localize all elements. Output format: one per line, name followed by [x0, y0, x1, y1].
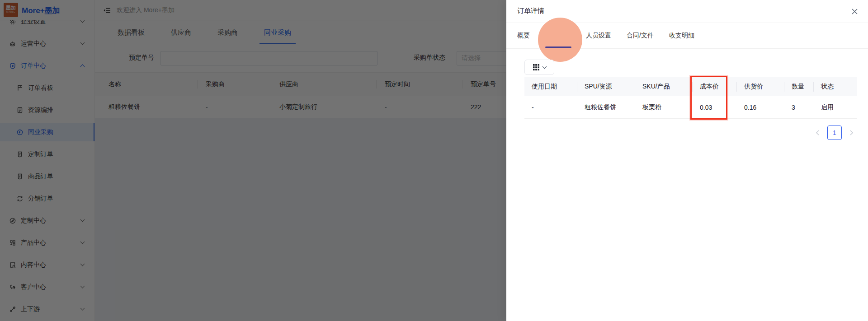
- pagination-prev-icon[interactable]: [813, 126, 822, 140]
- pagination: 1: [813, 126, 856, 140]
- chevron-down-icon: [542, 65, 547, 69]
- cell-spu-resource: 粗粮佐餐饼: [577, 103, 635, 112]
- drawer-table-header-row: 使用日期 SPU/资源 SKU/产品 成本价 供货价 数量 状态: [524, 77, 857, 96]
- active-tab-underline: [545, 47, 571, 48]
- tab-income-expense[interactable]: 收支明细: [669, 32, 694, 40]
- col-use-date: 使用日期: [524, 77, 577, 96]
- cell-use-date: -: [524, 104, 577, 111]
- col-sku-product: SKU/产品: [635, 77, 693, 96]
- drawer-title: 订单详情: [517, 7, 544, 15]
- cell-status: 启用: [814, 103, 857, 112]
- tab-contract-files[interactable]: 合同/文件: [627, 32, 654, 40]
- tab-overview[interactable]: 概要: [517, 32, 530, 40]
- cell-supply-price: 0.16: [737, 104, 784, 111]
- order-detail-drawer: 订单详情 概要 采购明细 人员设置 合同/文件 收支明细 使用日期 SPU/资源…: [506, 0, 868, 321]
- column-settings-button[interactable]: [524, 60, 554, 75]
- close-icon[interactable]: [849, 6, 860, 17]
- drawer-table-row[interactable]: - 粗粮佐餐饼 板栗粉 0.03 0.16 3 启用: [524, 96, 857, 119]
- pagination-page-1[interactable]: 1: [827, 126, 842, 140]
- tab-personnel-settings[interactable]: 人员设置: [586, 32, 611, 40]
- app-root: 墨加 MORE+ More+墨加 欢迎进入 More+墨加 企业设置 运营中心 …: [0, 0, 868, 321]
- cell-sku-product: 板栗粉: [635, 103, 693, 112]
- col-cost-price: 成本价: [693, 77, 737, 96]
- click-highlight-circle: [538, 18, 582, 62]
- cell-cost-price: 0.03: [693, 104, 737, 111]
- drawer-detail-table: 使用日期 SPU/资源 SKU/产品 成本价 供货价 数量 状态 - 粗粮佐餐饼…: [524, 77, 857, 119]
- col-quantity: 数量: [784, 77, 814, 96]
- col-spu-resource: SPU/资源: [577, 77, 635, 96]
- grid-icon: [533, 64, 539, 70]
- drawer-mask[interactable]: [0, 0, 506, 321]
- cell-quantity: 3: [784, 104, 814, 111]
- col-status: 状态: [814, 77, 857, 96]
- pagination-next-icon[interactable]: [847, 126, 856, 140]
- col-supply-price: 供货价: [737, 77, 784, 96]
